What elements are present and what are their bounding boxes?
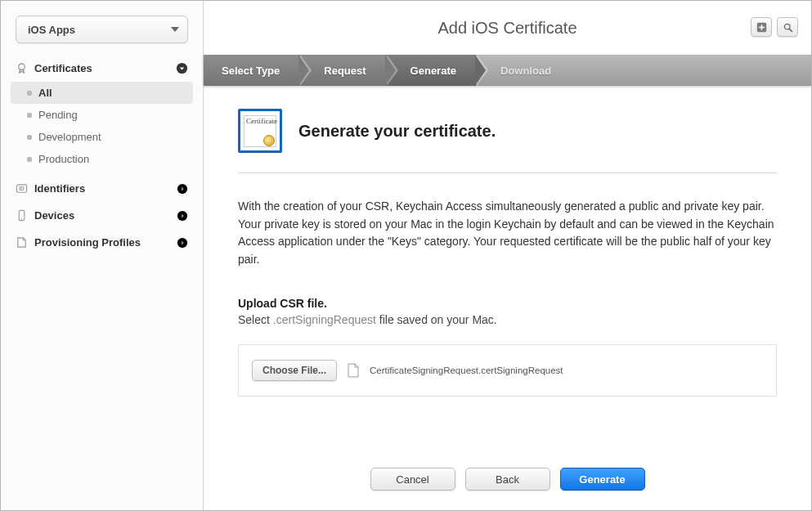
certificate-icon: Certificate (238, 109, 282, 153)
step-select-type[interactable]: Select Type (204, 55, 299, 86)
svg-point-0 (19, 64, 25, 70)
identifiers-icon: ID (16, 182, 28, 195)
bullet-icon (27, 113, 32, 118)
selected-file-name: CertificateSigningRequest.certSigningReq… (370, 365, 563, 375)
sidebar-item-label: Pending (38, 109, 78, 121)
generate-button[interactable]: Generate (560, 468, 645, 491)
svg-line-13 (789, 29, 792, 31)
section-title: Generate your certificate. (298, 122, 496, 141)
sidebar: iOS Apps Certificates (1, 1, 204, 510)
sidebar-nav: Certificates All Pending Deve (1, 55, 203, 256)
sidebar-item-development[interactable]: Development (11, 126, 193, 148)
file-upload-box: Choose File... CertificateSigningRequest… (238, 344, 777, 397)
sidebar-item-pending[interactable]: Pending (11, 104, 193, 126)
sidebar-item-identifiers[interactable]: ID Identifiers (1, 175, 203, 202)
header-toolbar (751, 17, 798, 37)
upload-hint-suffix: file saved on your Mac. (376, 313, 497, 326)
certificates-children: All Pending Development Production (11, 82, 193, 170)
svg-rect-11 (759, 26, 765, 28)
step-download: Download (476, 55, 571, 86)
step-request[interactable]: Request (299, 55, 385, 86)
footer-actions: Cancel Back Generate (204, 443, 811, 510)
sidebar-item-label: Development (38, 131, 101, 143)
sidebar-item-label: Production (38, 153, 89, 165)
sidebar-item-label: All (38, 87, 52, 99)
svg-text:ID: ID (19, 186, 25, 191)
section-header: Certificate Generate your certificate. (238, 109, 777, 173)
description-text: With the creation of your CSR, Keychain … (238, 198, 777, 269)
sidebar-item-provisioning[interactable]: Provisioning Profiles (1, 229, 203, 256)
cancel-button[interactable]: Cancel (370, 468, 455, 491)
platform-label: iOS Apps (28, 24, 75, 36)
upload-hint-prefix: Select (238, 313, 273, 326)
wizard-stepper: Select Type Request Generate Download (204, 55, 811, 86)
sidebar-item-devices[interactable]: Devices (1, 202, 203, 229)
step-label: Request (324, 65, 366, 77)
chevron-down-icon (171, 27, 179, 32)
step-generate[interactable]: Generate (386, 55, 476, 86)
page-title: Add iOS Certificate (437, 19, 576, 38)
upload-hint: Select .certSigningRequest file saved on… (238, 313, 777, 326)
search-icon (783, 22, 793, 33)
step-label: Download (500, 65, 551, 77)
plus-icon (756, 22, 767, 33)
choose-file-button[interactable]: Choose File... (252, 360, 337, 381)
add-button[interactable] (751, 17, 772, 37)
sidebar-item-label: Provisioning Profiles (34, 236, 141, 249)
sidebar-item-label: Identifiers (34, 182, 85, 195)
devices-icon (16, 209, 28, 222)
upload-heading: Upload CSR file. (238, 297, 777, 310)
sidebar-item-label: Certificates (34, 62, 92, 74)
header: Add iOS Certificate (204, 1, 811, 55)
step-label: Generate (410, 65, 456, 77)
sidebar-item-certificates[interactable]: Certificates (1, 55, 203, 82)
expanded-indicator-icon (176, 62, 188, 74)
sidebar-item-production[interactable]: Production (11, 148, 193, 170)
bullet-icon (27, 157, 32, 162)
chevron-right-icon (177, 183, 188, 195)
upload-hint-ext: .certSigningRequest (273, 313, 376, 326)
svg-point-6 (21, 218, 23, 220)
main: Add iOS Certificate (204, 1, 811, 510)
bullet-icon (27, 135, 32, 140)
back-button[interactable]: Back (465, 468, 550, 491)
content: Certificate Generate your certificate. W… (204, 86, 811, 443)
platform-dropdown[interactable]: iOS Apps (16, 16, 188, 43)
certificates-icon (16, 62, 28, 74)
provisioning-icon (16, 236, 28, 249)
file-icon (347, 363, 360, 378)
search-button[interactable] (777, 17, 798, 37)
sidebar-item-all[interactable]: All (11, 82, 193, 104)
bullet-icon (27, 91, 32, 96)
chevron-right-icon (177, 237, 188, 249)
chevron-right-icon (177, 210, 188, 222)
step-label: Select Type (222, 65, 280, 77)
sidebar-item-label: Devices (34, 209, 74, 222)
